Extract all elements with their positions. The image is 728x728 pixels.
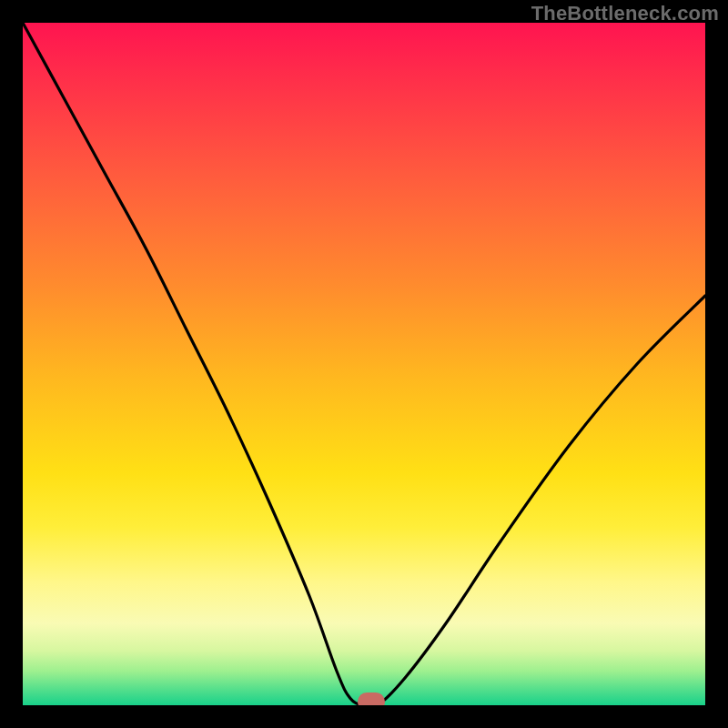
curve-path — [23, 23, 705, 705]
bottleneck-curve — [23, 23, 705, 705]
watermark-text: TheBottleneck.com — [531, 2, 719, 25]
optimum-marker — [358, 693, 385, 705]
chart-frame: TheBottleneck.com — [0, 0, 728, 728]
plot-area — [23, 23, 705, 705]
